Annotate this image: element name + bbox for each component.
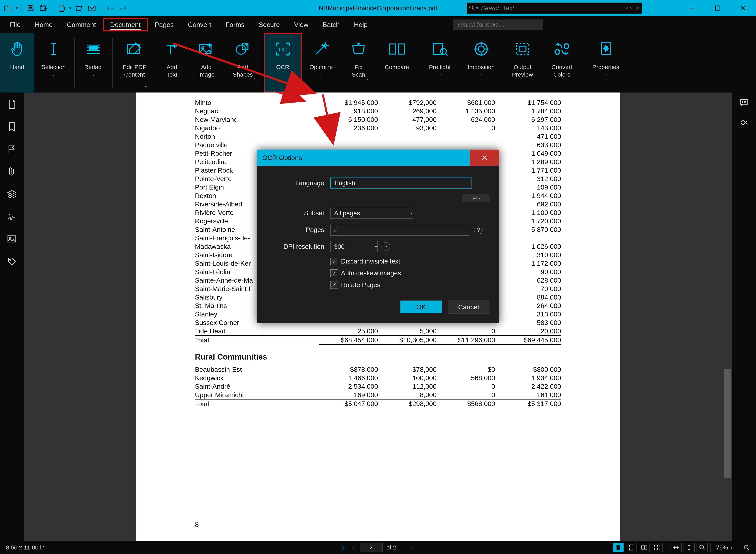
- zoom-level[interactable]: 75%▾: [710, 543, 738, 552]
- email-button[interactable]: [86, 3, 97, 13]
- help-icon[interactable]: ?: [382, 242, 390, 251]
- cancel-button[interactable]: Cancel: [448, 300, 489, 314]
- tool-add-text[interactable]: Add Text: [155, 33, 188, 92]
- subset-select[interactable]: All pages: [330, 208, 413, 219]
- panel-layers-button[interactable]: [6, 188, 18, 200]
- ok-button[interactable]: OK: [400, 300, 442, 313]
- tool-optimize[interactable]: Optimize ⌄: [302, 33, 341, 92]
- scrollbar-thumb[interactable]: [724, 369, 731, 478]
- menu-home[interactable]: Home: [28, 18, 60, 31]
- first-page-button[interactable]: |‹: [340, 544, 346, 551]
- last-page-button[interactable]: ›|: [410, 544, 416, 551]
- tool-search-input[interactable]: [453, 19, 543, 30]
- maximize-button[interactable]: [705, 0, 731, 16]
- menu-help[interactable]: Help: [347, 18, 375, 31]
- svg-point-27: [745, 102, 746, 102]
- print-button[interactable]: [56, 3, 67, 13]
- tool-properties[interactable]: Properties ⌄: [584, 33, 628, 92]
- undo-button[interactable]: [105, 3, 116, 13]
- tool-redact[interactable]: Redact ⌄: [76, 33, 111, 92]
- dialog-close-button[interactable]: [470, 150, 499, 166]
- fit-width-button[interactable]: [670, 543, 682, 552]
- download-button[interactable]: Download: [462, 194, 489, 202]
- view-single-button[interactable]: [613, 543, 624, 552]
- rotate-pages-checkbox[interactable]: ✓Rotate Pages: [330, 281, 489, 289]
- search-text-box[interactable]: ▾ ‹ › ✕: [467, 3, 642, 13]
- row-value: 568,000: [437, 374, 495, 382]
- add-shapes-icon: [234, 40, 252, 58]
- minimize-button[interactable]: [679, 0, 705, 16]
- auto-deskew-checkbox[interactable]: ✓Auto deskew images: [330, 269, 489, 277]
- view-facing-button[interactable]: [639, 543, 650, 552]
- tool-hand[interactable]: Hand: [0, 33, 34, 92]
- menu-convert[interactable]: Convert: [181, 18, 218, 31]
- panel-flag-button[interactable]: [6, 143, 18, 155]
- tool-edit-pdf-content[interactable]: Edit PDF Content ⌄: [114, 33, 155, 92]
- panel-pages-button[interactable]: [6, 98, 18, 110]
- tool-compare[interactable]: Compare ⌄: [376, 33, 418, 92]
- zoom-in-button[interactable]: [741, 543, 752, 552]
- tool-preflight[interactable]: Preflight ⌄: [420, 33, 460, 92]
- tool-search[interactable]: [453, 19, 543, 30]
- search-input[interactable]: [480, 4, 626, 12]
- save-as-button[interactable]: [38, 3, 49, 13]
- menu-batch[interactable]: Batch: [315, 18, 347, 31]
- panel-reading-button[interactable]: [740, 118, 749, 127]
- discard-invisible-checkbox[interactable]: ✓Discard invisible text: [330, 258, 489, 265]
- prev-page-button[interactable]: ‹: [350, 544, 356, 551]
- language-label: Language:: [267, 179, 330, 187]
- open-file-button[interactable]: [3, 3, 14, 13]
- vertical-scrollbar[interactable]: [724, 98, 731, 535]
- menu-comment[interactable]: Comment: [60, 18, 103, 31]
- save-button[interactable]: [25, 3, 36, 13]
- tool-add-image[interactable]: Add Image: [188, 33, 224, 92]
- tool-convert-colors[interactable]: Convert Colors: [542, 33, 582, 92]
- page-number-input[interactable]: [360, 543, 383, 552]
- svg-rect-36: [655, 545, 657, 547]
- menu-forms[interactable]: Forms: [218, 18, 252, 31]
- redo-button[interactable]: [117, 3, 128, 13]
- scan-button[interactable]: [73, 3, 84, 13]
- row-value: 6,297,000: [495, 115, 561, 124]
- tool-selection[interactable]: Selection ⌄: [34, 33, 73, 92]
- dialog-titlebar[interactable]: OCR Options: [257, 150, 499, 166]
- search-prev-button[interactable]: ‹: [626, 5, 628, 11]
- panel-tags-button[interactable]: [6, 256, 18, 267]
- svg-rect-37: [658, 545, 660, 547]
- fit-page-button[interactable]: [684, 543, 695, 552]
- pages-input[interactable]: [330, 224, 470, 235]
- tool-imposition[interactable]: Imposition ⌄: [460, 33, 503, 92]
- menu-document[interactable]: Document: [103, 18, 148, 31]
- hand-icon: [8, 40, 26, 58]
- language-select[interactable]: English: [330, 177, 472, 188]
- menu-view[interactable]: View: [287, 18, 315, 31]
- panel-image-button[interactable]: [6, 233, 18, 245]
- chevron-down-icon[interactable]: ▾: [476, 5, 478, 11]
- zoom-out-button[interactable]: [697, 543, 708, 552]
- total-value: $298,000: [378, 399, 437, 408]
- next-page-button[interactable]: ›: [400, 544, 406, 551]
- menu-secure[interactable]: Secure: [252, 18, 287, 31]
- close-button[interactable]: [731, 0, 756, 16]
- view-facing-cont-button[interactable]: [652, 543, 663, 552]
- panel-attachments-button[interactable]: [6, 166, 18, 177]
- svg-point-17: [555, 50, 559, 54]
- row-value: 1,135,000: [437, 107, 495, 115]
- tool-add-shapes[interactable]: Add Shapes ⌄: [224, 33, 262, 92]
- row-value: 93,000: [378, 124, 437, 132]
- menu-pages[interactable]: Pages: [148, 18, 181, 31]
- panel-signatures-button[interactable]: [6, 211, 18, 222]
- menu-file[interactable]: File: [3, 18, 28, 31]
- help-icon[interactable]: ?: [474, 226, 483, 234]
- gear-icon: [597, 40, 615, 58]
- tool-fix-scan[interactable]: Fix Scan ⌄: [341, 33, 376, 92]
- tool-ocr[interactable]: TXT OCR: [264, 33, 302, 92]
- panel-bookmarks-button[interactable]: [6, 121, 18, 133]
- tool-output-preview[interactable]: Output Preview: [503, 33, 542, 92]
- view-single-cont-button[interactable]: [626, 543, 637, 552]
- dpi-select[interactable]: 300: [330, 241, 378, 252]
- panel-comments-button[interactable]: [740, 98, 749, 108]
- search-next-button[interactable]: ›: [630, 5, 632, 11]
- search-close-button[interactable]: ✕: [635, 5, 640, 11]
- work-area: Minto$1,945,000$792,000$601,000$1,754,00…: [0, 93, 756, 541]
